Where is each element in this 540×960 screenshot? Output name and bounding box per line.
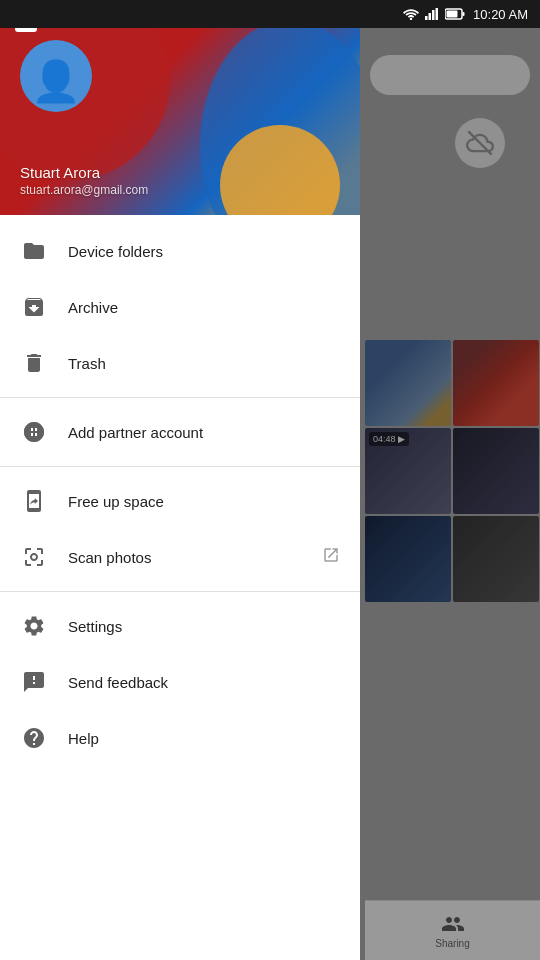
trash-label: Trash <box>68 355 340 372</box>
add-partner-label: Add partner account <box>68 424 340 441</box>
wifi-icon <box>403 8 419 20</box>
help-label: Help <box>68 730 340 747</box>
scan-icon <box>20 543 48 571</box>
partner-icon <box>20 418 48 446</box>
menu-item-settings[interactable]: Settings <box>0 598 360 654</box>
avatar-icon: 👤 <box>31 61 81 101</box>
archive-icon <box>20 293 48 321</box>
help-icon <box>20 724 48 752</box>
device-folders-label: Device folders <box>68 243 340 260</box>
avatar-container: 👤 <box>20 40 92 112</box>
send-feedback-label: Send feedback <box>68 674 340 691</box>
avatar: 👤 <box>20 40 92 112</box>
svg-rect-7 <box>463 12 465 16</box>
folder-icon <box>20 237 48 265</box>
free-space-label: Free up space <box>68 493 340 510</box>
settings-label: Settings <box>68 618 340 635</box>
menu-item-free-space[interactable]: Free up space <box>0 473 360 529</box>
menu-list: Device folders Archive Trash <box>0 215 360 960</box>
settings-icon <box>20 612 48 640</box>
smartphone-icon <box>20 487 48 515</box>
menu-item-trash[interactable]: Trash <box>0 335 360 391</box>
dim-overlay[interactable] <box>355 0 540 960</box>
menu-item-send-feedback[interactable]: Send feedback <box>0 654 360 710</box>
svg-rect-4 <box>436 8 439 20</box>
status-time: 10:20 AM <box>473 7 528 22</box>
divider-2 <box>0 466 360 467</box>
menu-item-help[interactable]: Help <box>0 710 360 766</box>
drawer-header: G 👤 Stuart Arora stuart.arora@gmail.com <box>0 0 360 215</box>
svg-rect-1 <box>425 16 428 20</box>
account-email: stuart.arora@gmail.com <box>20 183 148 197</box>
menu-item-add-partner[interactable]: Add partner account <box>0 404 360 460</box>
svg-rect-3 <box>432 10 435 20</box>
divider-3 <box>0 591 360 592</box>
account-info: Stuart Arora stuart.arora@gmail.com <box>20 164 148 197</box>
archive-label: Archive <box>68 299 340 316</box>
account-name: Stuart Arora <box>20 164 148 181</box>
scan-photos-label: Scan photos <box>68 549 322 566</box>
feedback-icon <box>20 668 48 696</box>
trash-icon <box>20 349 48 377</box>
menu-item-device-folders[interactable]: Device folders <box>0 223 360 279</box>
status-bar: 10:20 AM <box>0 0 540 28</box>
menu-item-archive[interactable]: Archive <box>0 279 360 335</box>
external-link-icon <box>322 546 340 568</box>
divider-1 <box>0 397 360 398</box>
status-icons <box>403 8 465 20</box>
svg-rect-6 <box>447 11 458 18</box>
svg-point-0 <box>410 18 412 20</box>
svg-rect-2 <box>429 13 432 20</box>
drawer: G 👤 Stuart Arora stuart.arora@gmail.com … <box>0 0 360 960</box>
menu-item-scan-photos[interactable]: Scan photos <box>0 529 360 585</box>
battery-icon <box>445 8 465 20</box>
signal-icon <box>425 8 439 20</box>
